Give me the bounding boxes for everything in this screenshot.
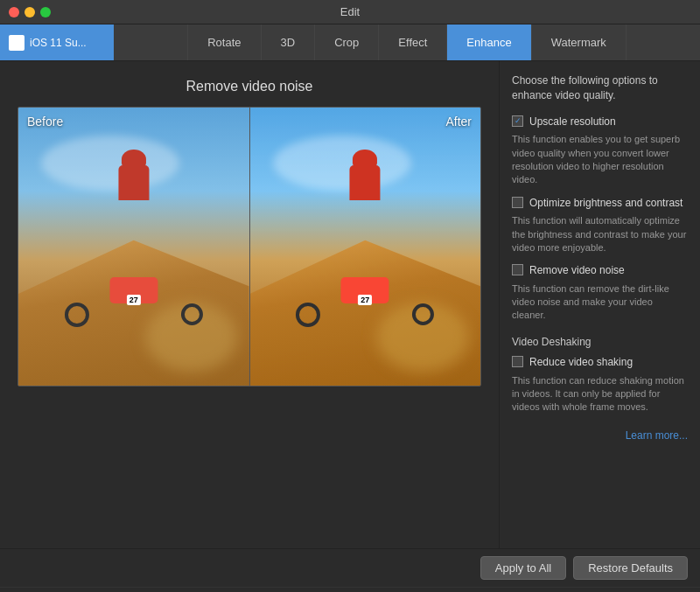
before-body bbox=[118, 165, 149, 200]
intro-text: Choose the following options to enhance … bbox=[512, 73, 688, 104]
minimize-window-button[interactable] bbox=[24, 7, 35, 17]
maximize-window-button[interactable] bbox=[40, 7, 51, 17]
label-upscale: Upscale resolution bbox=[529, 115, 616, 129]
desc-noise: This function can remove the dirt-like v… bbox=[512, 282, 688, 323]
tabs-container: Rotate 3D Crop Effect Enhance Watermark bbox=[114, 24, 700, 60]
before-wheel-front bbox=[181, 303, 203, 325]
tab-bar: iOS 11 Su... Rotate 3D Crop Effect Enhan… bbox=[0, 24, 700, 61]
file-tab[interactable]: iOS 11 Su... bbox=[0, 24, 114, 60]
preview-before: 27 Before bbox=[18, 108, 250, 386]
tab-rotate[interactable]: Rotate bbox=[187, 24, 261, 60]
label-deshake: Reduce video shaking bbox=[529, 355, 633, 370]
traffic-lights bbox=[9, 7, 51, 17]
title-bar: Edit bbox=[0, 0, 700, 24]
after-wheel-rear bbox=[296, 303, 320, 327]
checkbox-noise[interactable] bbox=[512, 264, 523, 275]
section-deshaking: Video Deshaking bbox=[512, 335, 688, 350]
right-panel: Choose the following options to enhance … bbox=[499, 61, 700, 548]
apply-to-all-button[interactable]: Apply to All bbox=[480, 556, 566, 580]
checkbox-upscale[interactable] bbox=[512, 115, 523, 127]
tab-enhance[interactable]: Enhance bbox=[447, 24, 531, 60]
main-content: Remove video noise 27 B bbox=[0, 61, 700, 548]
before-wheel-rear bbox=[65, 303, 89, 327]
left-panel: Remove video noise 27 B bbox=[0, 61, 499, 548]
bottom-actions-top: Apply to All Restore Defaults bbox=[0, 548, 700, 587]
option-upscale: Upscale resolution bbox=[512, 115, 688, 129]
preview-after: 27 After bbox=[250, 108, 481, 386]
window-title: Edit bbox=[340, 5, 360, 18]
before-label: Before bbox=[27, 115, 63, 129]
desc-upscale: This function enables you to get superb … bbox=[512, 133, 688, 187]
option-noise: Remove video noise bbox=[512, 263, 688, 278]
desc-brightness: This function will automatically optimiz… bbox=[512, 214, 688, 254]
tab-crop[interactable]: Crop bbox=[315, 24, 379, 60]
bottom-actions-bottom: Restore All Apply Close bbox=[0, 587, 700, 592]
before-number-plate: 27 bbox=[127, 295, 141, 305]
restore-defaults-button[interactable]: Restore Defaults bbox=[573, 556, 688, 580]
after-body bbox=[350, 165, 381, 200]
checkbox-deshake[interactable] bbox=[512, 356, 523, 367]
label-noise: Remove video noise bbox=[529, 263, 625, 278]
after-wheel-front bbox=[412, 303, 434, 325]
desc-deshake: This function can reduce shaking motion … bbox=[512, 374, 688, 414]
option-brightness: Optimize brightness and contrast bbox=[512, 196, 688, 211]
tab-watermark[interactable]: Watermark bbox=[532, 24, 626, 60]
after-label: After bbox=[445, 115, 472, 129]
before-image: 27 bbox=[18, 108, 249, 386]
preview-container: 27 Before 27 bbox=[18, 107, 481, 387]
after-number-plate: 27 bbox=[358, 295, 372, 305]
close-window-button[interactable] bbox=[9, 7, 19, 17]
file-tab-label: iOS 11 Su... bbox=[30, 37, 87, 49]
after-rider: 27 bbox=[296, 150, 434, 331]
preview-title: Remove video noise bbox=[186, 79, 313, 94]
after-image: 27 bbox=[250, 108, 481, 386]
label-brightness: Optimize brightness and contrast bbox=[529, 196, 682, 211]
option-deshake: Reduce video shaking bbox=[512, 355, 688, 370]
learn-more-link[interactable]: Learn more... bbox=[512, 428, 688, 443]
before-rider: 27 bbox=[65, 150, 203, 331]
tab-effect[interactable]: Effect bbox=[379, 24, 447, 60]
tab-3d[interactable]: 3D bbox=[262, 24, 316, 60]
file-tab-icon bbox=[9, 35, 24, 51]
checkbox-brightness[interactable] bbox=[512, 197, 523, 208]
